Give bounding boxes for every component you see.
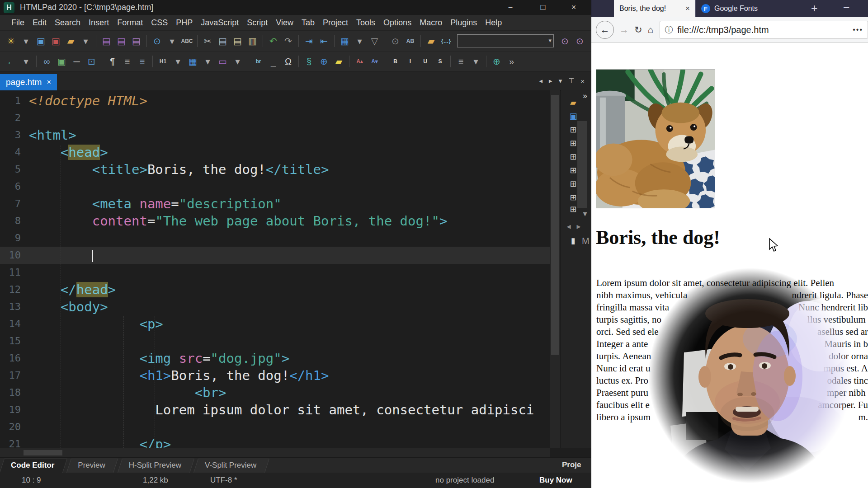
search-caret-icon[interactable]: ▾ (165, 37, 179, 46)
file-tab-page-htm[interactable]: page.htm × (0, 74, 57, 90)
cut-icon[interactable]: ✂ (200, 37, 215, 46)
code-line[interactable]: 7 <meta name="description" (0, 195, 550, 212)
menu-plugins[interactable]: Plugins (446, 18, 481, 28)
code-line[interactable]: 4 <head> (0, 144, 550, 161)
combo-caret-icon[interactable]: ▾ (548, 37, 552, 44)
code-line[interactable]: 8 content="The web page about Boris, the… (0, 212, 550, 230)
project-panel-tab[interactable]: Proje (562, 457, 591, 473)
expand-node-icon[interactable]: ⊞ (567, 204, 579, 214)
spell-check-icon[interactable]: ABC (179, 38, 194, 44)
tab-list-caret-icon[interactable]: ▾ (559, 77, 562, 85)
tab-close-icon[interactable]: × (685, 4, 690, 13)
menu-options[interactable]: Options (379, 18, 415, 28)
heading-caret-icon[interactable]: ▾ (170, 57, 185, 66)
panel-close-icon[interactable]: × (580, 77, 585, 85)
highlighter-icon[interactable]: ▰ (331, 57, 346, 66)
project-folder-icon[interactable]: ▰ (424, 37, 439, 46)
menu-php[interactable]: PHP (172, 18, 197, 28)
paste-icon[interactable]: ▤ (230, 37, 245, 46)
clipboard-icon[interactable]: ▥ (245, 37, 260, 46)
code-line[interactable]: 9 (0, 230, 550, 247)
toolbar-overflow-icon[interactable]: » (504, 57, 519, 66)
new-tab-button[interactable]: + (811, 2, 818, 15)
menu-insert[interactable]: Insert (85, 18, 113, 28)
menu-project[interactable]: Project (319, 18, 352, 28)
insert-image-icon[interactable]: ▣ (54, 57, 69, 66)
horizontal-scrollbar[interactable] (0, 448, 550, 457)
forward-button[interactable]: → (619, 24, 629, 35)
bullet-list-icon[interactable]: ≡ (120, 57, 135, 66)
code-line[interactable]: 16 <img src="dog.jpg"> (0, 350, 550, 367)
file-browser-folder-icon[interactable]: ▰ (567, 98, 579, 108)
expand-node-icon[interactable]: ⊞ (567, 125, 579, 135)
strikethrough-icon[interactable]: S (433, 59, 448, 64)
code-line[interactable]: 18 <br> (0, 384, 550, 401)
menu-search[interactable]: Search (51, 18, 85, 28)
code-line[interactable]: 14 <p> (0, 315, 550, 333)
nbsp-icon[interactable]: _ (266, 57, 281, 66)
code-line[interactable]: 13 <body> (0, 298, 550, 315)
code-line[interactable]: 15 (0, 333, 550, 350)
expand-node-icon[interactable]: ⊞ (567, 179, 579, 189)
view-tab-h-split-preview[interactable]: H-Split Preview (121, 458, 189, 473)
menu-tools[interactable]: Tools (352, 18, 379, 28)
code-line[interactable]: 2 (0, 109, 550, 127)
underline-icon[interactable]: U (418, 59, 433, 64)
marker-icon[interactable]: ▮ (567, 236, 579, 246)
publish-globe-icon[interactable]: ⊕ (489, 57, 504, 66)
code-line[interactable]: 6 (0, 178, 550, 195)
font-grow-icon[interactable]: A▴ (352, 59, 367, 64)
layout-icon[interactable]: ▦ (337, 37, 352, 46)
italic-icon[interactable]: I (403, 59, 418, 64)
vertical-scrollbar[interactable] (550, 90, 560, 448)
toolbar-more-caret-icon[interactable]: ▾ (587, 37, 591, 46)
tab-google-fonts[interactable]: F Google Fonts (695, 0, 779, 17)
open-code-file-icon[interactable]: ▣ (33, 37, 48, 46)
view-tab-preview[interactable]: Preview (70, 458, 113, 473)
back-button[interactable]: ← (596, 21, 614, 39)
code-explorer-icon[interactable]: ▣ (567, 111, 579, 121)
redo-icon[interactable]: ↷ (281, 37, 296, 46)
vertical-scrollbar-thumb[interactable] (551, 95, 559, 355)
buy-now-button[interactable]: Buy Now (539, 476, 572, 485)
bold-icon[interactable]: B (388, 59, 403, 64)
css-script-icon[interactable]: § (302, 57, 316, 66)
form-icon[interactable]: ▭ (215, 57, 230, 66)
expand-node-icon[interactable]: ⊞ (567, 152, 579, 162)
tab-scroll-right-icon[interactable]: ▸ (549, 77, 552, 85)
numbered-list-icon[interactable]: ≡ (135, 57, 150, 66)
align-justify-icon[interactable]: ≡ (453, 57, 468, 66)
code-line[interactable]: 1<!doctype HTML> (0, 92, 550, 109)
back-nav-icon[interactable]: ← (4, 57, 19, 66)
find-in-files-icon[interactable]: ⊙ (388, 37, 403, 46)
indent-icon[interactable]: ⇥ (302, 37, 316, 46)
menu-file[interactable]: File (7, 18, 28, 28)
open-caret-icon[interactable]: ▾ (78, 37, 93, 46)
align-caret-icon[interactable]: ▾ (468, 57, 483, 66)
table-caret-icon[interactable]: ▾ (200, 57, 215, 66)
new-document-caret-icon[interactable]: ▾ (19, 37, 33, 46)
view-tab-code-editor[interactable]: Code Editor (3, 458, 62, 473)
back-caret-icon[interactable]: ▾ (19, 57, 33, 66)
form-caret-icon[interactable]: ▾ (230, 57, 245, 66)
tab-scroll-left-icon[interactable]: ◂ (539, 77, 543, 85)
expand-node-icon[interactable]: ⊞ (567, 192, 579, 202)
table-icon[interactable]: ▦ (185, 57, 200, 66)
pin-icon[interactable]: ⊤ (568, 77, 574, 85)
menu-javascript[interactable]: JavaScript (197, 18, 243, 28)
minimize-button[interactable]: − (498, 0, 523, 15)
horizontal-rule-icon[interactable]: ─ (69, 57, 84, 66)
layout-caret-icon[interactable]: ▾ (352, 37, 367, 46)
code-line[interactable]: 3<html> (0, 127, 550, 144)
menu-edit[interactable]: Edit (28, 18, 51, 28)
web-globe-icon[interactable]: ⊕ (316, 57, 331, 66)
code-line[interactable]: 19 Lorem ipsum dolor sit amet, consectet… (0, 401, 550, 418)
search-icon[interactable]: ⊙ (150, 37, 165, 46)
zoom-tool-2-icon[interactable]: ⊙ (572, 37, 587, 46)
new-document-icon[interactable]: ✳ (4, 37, 19, 46)
omega-icon[interactable]: Ω (281, 57, 296, 66)
scroll-down-icon[interactable]: ▾ (579, 209, 591, 219)
close-button[interactable]: × (561, 0, 586, 15)
tab-close-icon[interactable]: × (47, 78, 51, 87)
heading-picker-icon[interactable]: H1 (156, 59, 170, 64)
